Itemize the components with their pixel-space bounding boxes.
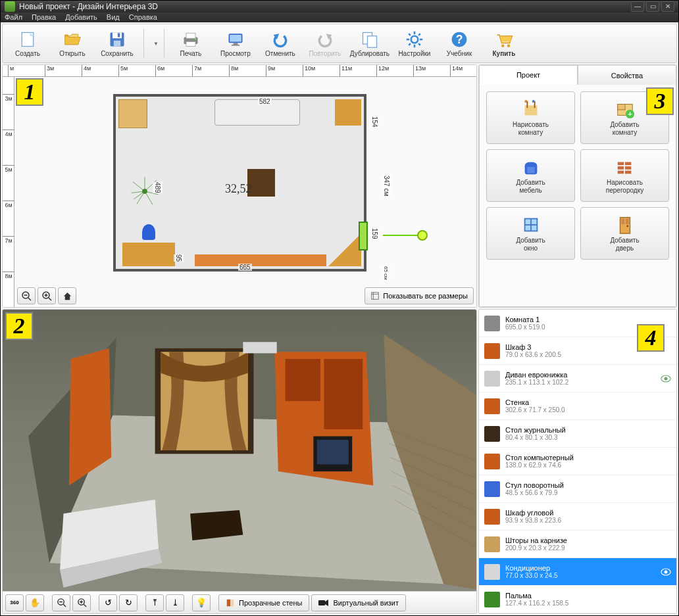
furniture-sofa-top[interactable] <box>214 99 300 126</box>
object-item[interactable]: Шкаф угловой93.9 x 93.8 x 223.6 <box>479 503 676 531</box>
svg-rect-87 <box>625 166 631 170</box>
svg-line-69 <box>84 604 86 607</box>
zoom-in-2d-button[interactable] <box>38 287 56 304</box>
object-thumbnail <box>484 398 500 414</box>
object-thumbnail <box>484 592 500 607</box>
zoom-out-3d-button[interactable] <box>52 594 70 611</box>
transparent-walls-toggle[interactable]: Прозрачные стены <box>218 594 309 611</box>
furniture-wardrobe[interactable] <box>118 99 147 128</box>
view3d-canvas[interactable]: 2 <box>3 310 476 591</box>
object-item[interactable]: Диван еврокнижка235.1 x 113.1 x 102.2 <box>479 365 676 392</box>
annotation-marker-3: 3 <box>646 87 674 115</box>
toolbar-duplicate-button[interactable]: Дублировать <box>349 26 391 60</box>
print-icon <box>182 30 200 49</box>
app-icon <box>5 1 15 12</box>
action-окно-button[interactable]: Добавитьокно <box>486 207 575 260</box>
object-thumbnail <box>484 536 500 552</box>
tilt-down-button[interactable]: ⤓ <box>166 594 184 611</box>
furniture-chair[interactable] <box>142 224 155 240</box>
menu-add[interactable]: Добавить <box>65 13 97 21</box>
tab-properties[interactable]: Свойства <box>578 65 676 85</box>
svg-rect-5 <box>118 33 120 37</box>
zoom-in-3d-button[interactable] <box>72 594 91 611</box>
furniture-corner[interactable] <box>335 99 361 126</box>
open-icon <box>63 30 82 49</box>
wall-icon <box>226 598 235 607</box>
annotation-marker-4: 4 <box>637 324 665 352</box>
pan-button[interactable]: ✋ <box>26 594 44 611</box>
menu-view[interactable]: Вид <box>107 13 120 21</box>
furniture-ac-selected[interactable] <box>359 222 368 250</box>
object-item[interactable]: Стенка302.6 x 71.7 x 250.0 <box>479 392 676 420</box>
svg-text:+: + <box>628 110 632 118</box>
object-item[interactable]: Пальма127.4 x 116.2 x 158.5 <box>479 586 676 613</box>
window-title: Новый проект - Дизайн Интерьера 3D <box>19 2 158 11</box>
svg-point-9 <box>195 37 197 39</box>
object-item[interactable]: Шторы на карнизе200.9 x 20.3 x 222.9 <box>479 531 676 558</box>
object-item[interactable]: Кондиционер77.0 x 33.0 x 24.5 <box>479 558 676 586</box>
action-дверь-button[interactable]: Добавитьдверь <box>580 207 669 260</box>
virtual-visit-button[interactable]: Виртуальный визит <box>311 594 406 611</box>
tab-project[interactable]: Проект <box>479 65 578 85</box>
view3d-controls: 360 ✋ ↺ ↻ ⤒ ⤓ 💡 <box>3 591 476 613</box>
furniture-corner-wardrobe[interactable] <box>328 233 361 266</box>
toolbar-preview-button[interactable]: Просмотр <box>214 26 257 60</box>
floorplan-canvas[interactable]: 32,52 582 347 см 154 159 65 см 665 95 48… <box>14 77 476 307</box>
object-item[interactable]: Стул поворотный48.5 x 56.6 x 79.9 <box>479 475 676 503</box>
rotate-right-button[interactable]: ↻ <box>119 594 138 611</box>
visibility-icon[interactable] <box>661 375 671 383</box>
maximize-button[interactable]: ▭ <box>646 1 659 12</box>
object-item[interactable]: Стол журнальный80.4 x 80.1 x 30.3 <box>479 420 676 448</box>
show-dimensions-toggle[interactable]: Показывать все размеры <box>365 287 474 304</box>
object-item[interactable]: Стол компьютерный138.0 x 62.9 x 74.6 <box>479 448 676 475</box>
svg-line-25 <box>409 43 411 45</box>
toolbar-redo-button[interactable]: Повторить <box>304 26 346 60</box>
toolbar-create-button[interactable]: Создать <box>7 26 49 60</box>
svg-rect-40 <box>372 293 379 300</box>
toolbar-print-button[interactable]: Печать <box>170 26 212 60</box>
svg-rect-56 <box>286 359 321 401</box>
action-перегородку-button[interactable]: Нарисоватьперегородку <box>580 149 669 202</box>
minimize-button[interactable]: — <box>631 1 644 12</box>
svg-point-18 <box>411 36 418 43</box>
menu-help[interactable]: Справка <box>129 13 157 21</box>
menu-file[interactable]: Файл <box>5 13 22 21</box>
visibility-icon[interactable] <box>661 568 671 576</box>
side-tabs-panel: Проект Свойства Нарисоватькомнату+Добави… <box>478 64 677 308</box>
svg-point-29 <box>501 44 504 47</box>
save-icon <box>108 30 126 49</box>
lighting-button[interactable]: 💡 <box>192 594 211 611</box>
svg-rect-83 <box>527 167 534 173</box>
tilt-up-button[interactable]: ⤒ <box>145 594 164 611</box>
rotate-handle[interactable] <box>417 230 428 241</box>
rotate360-button[interactable]: 360 <box>5 594 24 611</box>
toolbar-settings-button[interactable]: Настройки <box>393 26 436 60</box>
furniture-desk[interactable] <box>122 243 175 266</box>
furniture-wall-unit[interactable] <box>195 254 326 266</box>
ruler-vertical: 3м4м5м6м7м8м <box>3 77 14 307</box>
home-2d-button[interactable] <box>58 287 76 304</box>
svg-line-23 <box>409 34 411 36</box>
action-мебель-button[interactable]: Добавитьмебель <box>486 149 575 202</box>
svg-line-66 <box>63 604 66 607</box>
menu-edit[interactable]: Правка <box>32 13 56 21</box>
rotate-left-button[interactable]: ↺ <box>99 594 117 611</box>
toolbar-help-button[interactable]: ?Учебник <box>438 26 480 60</box>
toolbar-save-button[interactable]: Сохранить <box>96 26 138 60</box>
svg-point-98 <box>665 377 668 380</box>
action-комнату-button[interactable]: Нарисоватькомнату <box>486 91 575 144</box>
title-bar: Новый проект - Дизайн Интерьера 3D — ▭ ✕ <box>1 1 678 12</box>
room-area: 32,52 <box>225 182 252 196</box>
toolbar-open-button[interactable]: Открыть <box>51 26 93 60</box>
close-button[interactable]: ✕ <box>661 1 674 12</box>
object-thumbnail <box>484 371 500 387</box>
object-list[interactable]: Комната 1695.0 x 519.0Шкаф 379.0 x 63.6 … <box>479 310 676 613</box>
svg-rect-85 <box>625 162 631 165</box>
toolbar-buy-button[interactable]: Купить <box>483 26 525 60</box>
zoom-out-2d-button[interactable] <box>17 287 36 304</box>
svg-rect-64 <box>243 342 276 353</box>
object-thumbnail <box>484 343 500 359</box>
object-thumbnail <box>484 316 500 331</box>
objects-panel: Комната 1695.0 x 519.0Шкаф 379.0 x 63.6 … <box>478 309 677 614</box>
toolbar-undo-button[interactable]: Отменить <box>259 26 301 60</box>
